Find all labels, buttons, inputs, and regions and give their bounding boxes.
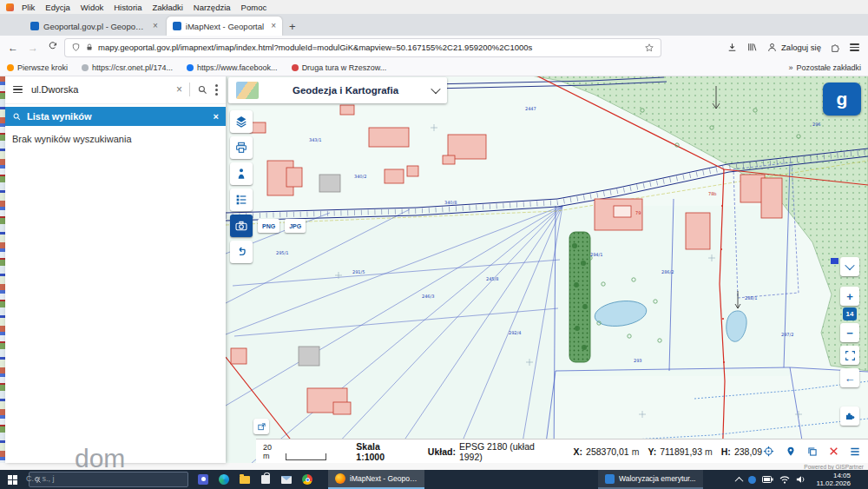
previous-extent-button[interactable]: ←: [840, 368, 859, 387]
app-menu-button[interactable]: [850, 43, 859, 51]
statusbar-menu-icon[interactable]: [849, 446, 861, 458]
legend-button[interactable]: [230, 188, 253, 211]
bookmark-label: Pierwsze kroki: [17, 63, 68, 72]
taskbar-icon-store[interactable]: [255, 470, 276, 489]
search-input[interactable]: [30, 83, 169, 96]
extensions-button[interactable]: [830, 42, 841, 53]
new-tab-button[interactable]: +: [289, 20, 296, 33]
geoportal-logo-button[interactable]: g: [823, 83, 861, 116]
taskbar-icon-chrome[interactable]: [297, 470, 318, 489]
shield-icon[interactable]: [71, 43, 81, 52]
menu-historia[interactable]: Historia: [108, 3, 147, 12]
taskbar-icon-explorer[interactable]: [234, 470, 255, 489]
tab-favicon: [173, 22, 181, 30]
zoom-level-badge: 14: [843, 307, 857, 320]
x-value: 258370,01: [586, 446, 629, 457]
speaker-icon[interactable]: [796, 475, 806, 484]
wifi-icon[interactable]: [779, 475, 790, 484]
menu-narzedzia[interactable]: Narzędzia: [188, 3, 236, 12]
parcel-label: 288/1: [745, 295, 757, 301]
tray-app-icon[interactable]: [748, 476, 756, 484]
layers-icon: [234, 115, 248, 129]
other-bookmarks-button[interactable]: » Pozostałe zakładki: [788, 63, 861, 72]
menu-pomoc[interactable]: Pomoc: [236, 3, 273, 12]
tab-title: Geoportal.gov.pl - Geoportal In: [43, 22, 146, 31]
search-icon[interactable]: [197, 84, 208, 96]
account-label: Zaloguj się: [781, 43, 821, 52]
parcel-label: 297/2: [781, 332, 793, 337]
clock-time: 14:05: [833, 472, 851, 479]
close-statusbar-icon[interactable]: [828, 446, 839, 457]
bookmark-item[interactable]: https://www.facebook...: [187, 63, 278, 72]
fullscreen-button[interactable]: [840, 346, 859, 365]
task-waloryzacja[interactable]: Waloryzacja emerytur...: [598, 470, 703, 489]
zoom-out-button[interactable]: −: [840, 323, 859, 342]
lock-icon[interactable]: [85, 43, 94, 52]
tab-bar: Geoportal.gov.pl - Geoportal In × iMapNe…: [0, 14, 868, 36]
panel-search-row: ×: [5, 76, 226, 104]
taskbar-clock[interactable]: 14:05 11.02.2026: [817, 472, 851, 487]
menu-zakladki[interactable]: Zakładki: [147, 3, 187, 12]
downloads-button[interactable]: [727, 42, 738, 53]
locate-target-icon[interactable]: [762, 445, 775, 458]
export-png-button[interactable]: PNG: [258, 219, 279, 233]
modules-button[interactable]: [840, 406, 859, 426]
bookmark-item[interactable]: Pierwsze kroki: [7, 63, 68, 72]
copy-coordinates-icon[interactable]: [806, 446, 819, 458]
menu-widok[interactable]: Widok: [76, 3, 108, 12]
taskbar-icon-edge[interactable]: [214, 470, 234, 489]
layers-button[interactable]: [230, 110, 253, 133]
chevron-down-icon[interactable]: [431, 84, 440, 94]
task-imapnext[interactable]: iMapNext - Geopor...: [328, 470, 424, 489]
windows-logo-icon: [8, 475, 17, 485]
library-button[interactable]: [746, 42, 758, 53]
search-options-button[interactable]: [215, 84, 218, 96]
start-button[interactable]: [0, 470, 24, 489]
screenshot-button[interactable]: [230, 215, 253, 237]
zoom-in-button[interactable]: +: [840, 287, 859, 306]
tab-close-icon[interactable]: ×: [271, 22, 276, 30]
tab-close-icon[interactable]: ×: [153, 22, 158, 30]
toolbar-icons: Zaloguj się: [727, 42, 863, 53]
account-button[interactable]: Zaloguj się: [766, 42, 821, 53]
battery-icon[interactable]: [762, 476, 773, 483]
address-bar[interactable]: mapy.geoportal.gov.pl/imapnext/imap/inde…: [65, 39, 661, 56]
map-canvas[interactable]: 2447343/1340/2340/8295/1291/5246/3245/82…: [226, 76, 868, 463]
bookmark-item[interactable]: Druga tura w Rzeszow...: [292, 63, 387, 72]
tab-geoportal-home[interactable]: Geoportal.gov.pl - Geoportal In ×: [24, 17, 164, 36]
taskbar-icon-mail[interactable]: [276, 470, 297, 489]
collapse-controls-button[interactable]: [840, 257, 859, 276]
url-text[interactable]: mapy.geoportal.gov.pl/imapnext/imap/inde…: [98, 43, 640, 52]
browser-toolbar: ← → mapy.geoportal.gov.pl/imapnext/imap/…: [0, 36, 868, 60]
bookmark-favicon: [7, 64, 14, 71]
bookmark-label: https://csr.onet.pl/174...: [92, 63, 173, 72]
back-button[interactable]: ←: [5, 42, 21, 54]
map-status-bar: 20 m Skala 1:1000 Układ: EPSG 2180 (ukła…: [256, 439, 868, 463]
close-results-icon[interactable]: ×: [214, 111, 219, 122]
parcel-label: 245/8: [486, 276, 498, 281]
reload-icon: [48, 41, 58, 51]
parcel-label: 291/5: [352, 269, 365, 274]
panel-menu-button[interactable]: [13, 86, 23, 94]
clear-search-icon[interactable]: ×: [176, 84, 182, 95]
location-pin-icon[interactable]: [785, 446, 797, 458]
menu-edycja[interactable]: Edycja: [40, 3, 76, 12]
reload-button[interactable]: [45, 41, 61, 54]
taskbar-icon-teams[interactable]: [193, 470, 214, 489]
tray-expand-icon[interactable]: [734, 476, 743, 485]
tab-imapnext[interactable]: iMapNext - Geoportal ×: [167, 17, 282, 36]
bookmark-star-icon[interactable]: [644, 43, 654, 53]
menu-plik[interactable]: Plik: [16, 3, 40, 12]
print-button[interactable]: [230, 136, 253, 159]
bookmark-item[interactable]: https://csr.onet.pl/174...: [82, 63, 173, 72]
bookmarks-bar: Pierwsze kroki https://csr.onet.pl/174..…: [0, 59, 868, 76]
forward-button[interactable]: →: [25, 42, 41, 54]
undo-view-button[interactable]: [230, 241, 253, 263]
share-view-button[interactable]: [253, 419, 269, 434]
export-jpg-button[interactable]: JPG: [285, 219, 306, 233]
street-view-button[interactable]: [230, 162, 253, 185]
module-header[interactable]: Geodezja i Kartografia: [228, 77, 447, 103]
scale-bar-label: 20 m: [263, 443, 280, 460]
tab-title: iMapNext - Geoportal: [186, 22, 264, 31]
browser-menubar: Plik Edycja Widok Historia Zakładki Narz…: [0, 0, 868, 14]
